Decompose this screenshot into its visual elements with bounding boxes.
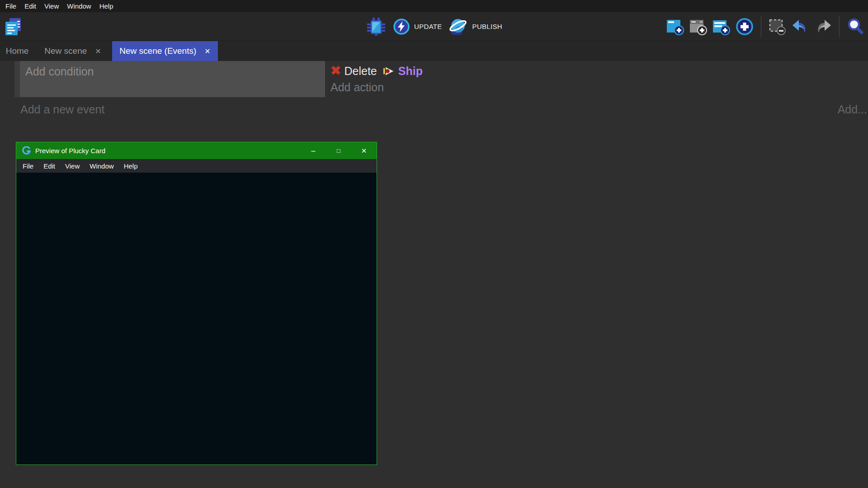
- publish-label: PUBLISH: [472, 23, 502, 30]
- menu-item-edit[interactable]: Edit: [20, 2, 40, 10]
- delete-event-button[interactable]: [768, 18, 786, 36]
- debug-button[interactable]: [366, 17, 387, 36]
- redo-button[interactable]: [814, 18, 832, 36]
- tab-label: New scene: [44, 46, 87, 56]
- toolbar-right-group: [666, 12, 864, 41]
- undo-icon: [791, 18, 809, 36]
- add-action-placeholder[interactable]: Add action: [330, 81, 868, 94]
- delete-action-icon: ✖: [330, 65, 341, 77]
- preview-menu-window[interactable]: Window: [85, 162, 118, 170]
- tab-home[interactable]: Home: [0, 41, 34, 61]
- preview-menu-edit[interactable]: Edit: [38, 162, 60, 170]
- update-bolt-icon: [393, 18, 410, 35]
- preview-menu-help[interactable]: Help: [119, 162, 143, 170]
- event-row-gutter: [14, 61, 20, 97]
- publish-button[interactable]: PUBLISH: [448, 17, 502, 37]
- toolbar-separator: [761, 16, 761, 37]
- add-event-button[interactable]: [666, 18, 684, 36]
- undo-button[interactable]: [791, 18, 809, 36]
- condition-cell[interactable]: Add condition: [20, 61, 325, 97]
- preview-menu-file[interactable]: File: [18, 162, 38, 170]
- add-comment-button[interactable]: [712, 18, 730, 36]
- publish-sphere-icon: [448, 17, 468, 37]
- gdevelop-main-window: File Edit View Window Help: [0, 0, 868, 488]
- toolbar-center-group: UPDATE PUBLISH: [366, 12, 502, 41]
- minimize-button[interactable]: –: [301, 142, 326, 159]
- tab-close-icon[interactable]: ✕: [95, 47, 101, 56]
- update-label: UPDATE: [414, 23, 442, 30]
- add-overflow-button[interactable]: Add...: [838, 103, 867, 116]
- tab-new-scene[interactable]: New scene ✕: [34, 41, 111, 61]
- add-subevent-button[interactable]: [689, 18, 707, 36]
- add-condition-placeholder[interactable]: Add condition: [25, 65, 94, 78]
- tab-close-icon[interactable]: ✕: [204, 47, 210, 56]
- delete-event-icon: [768, 18, 786, 36]
- search-icon: [846, 18, 864, 36]
- main-toolbar: UPDATE PUBLISH: [0, 12, 868, 41]
- preview-titlebar[interactable]: Preview of Plucky Card – □ ✕: [16, 142, 377, 159]
- preview-window: Preview of Plucky Card – □ ✕ File Edit V…: [16, 142, 377, 465]
- redo-icon: [814, 18, 832, 36]
- tab-label: New scene (Events): [119, 46, 196, 56]
- menu-item-file[interactable]: File: [1, 2, 20, 10]
- preview-window-title: Preview of Plucky Card: [35, 147, 105, 155]
- search-button[interactable]: [846, 18, 864, 36]
- tab-new-scene-events[interactable]: New scene (Events) ✕: [112, 41, 218, 61]
- menu-item-view[interactable]: View: [40, 2, 63, 10]
- preview-menu-bar: File Edit View Window Help: [16, 159, 377, 173]
- action-cell: ✖ Delete Ship Add action: [330, 61, 868, 97]
- menu-item-help[interactable]: Help: [95, 2, 118, 10]
- tab-label: Home: [6, 46, 29, 56]
- maximize-button[interactable]: □: [326, 142, 351, 159]
- action-verb: Delete: [344, 65, 377, 78]
- action-delete-ship[interactable]: ✖ Delete Ship: [330, 62, 868, 80]
- toolbar-separator: [839, 16, 840, 37]
- ship-object-icon: [383, 66, 395, 77]
- close-button[interactable]: ✕: [351, 142, 377, 159]
- gdevelop-logo-icon: [22, 146, 31, 155]
- main-menu-bar: File Edit View Window Help: [0, 0, 868, 12]
- add-subevent-icon: [689, 18, 707, 36]
- preview-window-controls: – □ ✕: [301, 142, 377, 159]
- preview-menu-view[interactable]: View: [60, 162, 85, 170]
- add-event-icon: [666, 18, 684, 36]
- project-manager-button[interactable]: [3, 16, 24, 38]
- preview-game-canvas[interactable]: [16, 173, 377, 465]
- menu-item-window[interactable]: Window: [63, 2, 95, 10]
- project-manager-icon: [3, 16, 23, 37]
- action-object-name: Ship: [398, 65, 423, 78]
- add-comment-icon: [712, 18, 730, 36]
- add-event-choose-button[interactable]: [735, 17, 754, 36]
- add-new-event-placeholder[interactable]: Add a new event: [20, 103, 104, 116]
- editor-tab-bar: Home New scene ✕ New scene (Events) ✕: [0, 41, 868, 61]
- update-button[interactable]: UPDATE: [393, 18, 442, 35]
- debug-icon: [366, 17, 387, 36]
- add-event-choose-icon: [735, 17, 754, 36]
